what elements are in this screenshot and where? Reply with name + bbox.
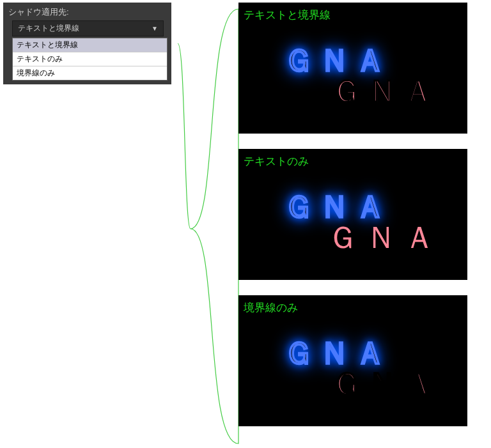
example-border-only: 境界線のみ ＧＮＡ ＧＮＡ xyxy=(238,295,467,426)
example-title: テキストのみ xyxy=(244,154,462,169)
dropdown-option-text-and-border[interactable]: テキストと境界線 xyxy=(13,38,167,52)
dropdown-option-border-only[interactable]: 境界線のみ xyxy=(13,66,167,80)
preview-text-line-1: ＧＮＡ xyxy=(283,45,391,76)
dropdown-selected-value: テキストと境界線 xyxy=(18,23,79,34)
dropdown-option-text-only[interactable]: テキストのみ xyxy=(13,52,167,66)
preview-text-line-2: ＧＮＡ xyxy=(331,76,439,107)
examples-column: テキストと境界線 ＧＮＡ ＧＮＡ テキストのみ ＧＮＡ ＧＮＡ 境界線のみ ＧＮ… xyxy=(238,3,488,426)
preview-text-line-2: ＧＮＡ xyxy=(327,222,442,253)
preview-text-line-1: ＧＮＡ xyxy=(283,338,391,369)
preview-text-line-2: ＧＮＡ xyxy=(331,369,439,399)
dropdown-options-list: テキストと境界線 テキストのみ 境界線のみ xyxy=(12,38,168,81)
example-text-and-border: テキストと境界線 ＧＮＡ ＧＮＡ xyxy=(238,3,467,134)
shadow-apply-panel: シャドウ適用先: テキストと境界線 ▼ テキストと境界線 テキストのみ 境界線の… xyxy=(3,3,171,84)
example-title: テキストと境界線 xyxy=(244,8,462,22)
preview-area: ＧＮＡ ＧＮＡ xyxy=(244,171,462,274)
chevron-down-icon: ▼ xyxy=(152,25,158,32)
preview-area: ＧＮＡ ＧＮＡ xyxy=(244,318,462,420)
callout-bracket xyxy=(173,6,243,447)
shadow-apply-label: シャドウ適用先: xyxy=(8,6,168,18)
preview-area: ＧＮＡ ＧＮＡ xyxy=(244,25,462,127)
example-title: 境界線のみ xyxy=(244,300,462,315)
shadow-apply-dropdown[interactable]: テキストと境界線 ▼ xyxy=(12,20,164,36)
preview-text-line-1: ＧＮＡ xyxy=(283,192,391,222)
example-text-only: テキストのみ ＧＮＡ ＧＮＡ xyxy=(238,149,467,280)
